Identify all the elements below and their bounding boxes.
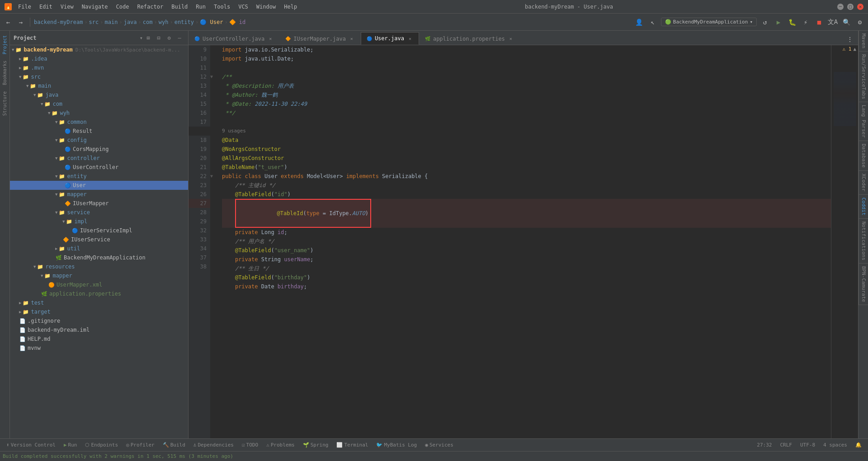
side-label-runservice[interactable]: Run/ServiceTabs — [859, 52, 868, 102]
tab-more-button[interactable]: ⋮ — [844, 34, 855, 45]
status-endpoints[interactable]: ⬡ Endpoints — [81, 441, 122, 449]
tree-item-common[interactable]: ▼ 📁 common — [10, 118, 188, 127]
tree-item-usercontroller[interactable]: 🔵 UserController — [10, 163, 188, 172]
breadcrumb-user[interactable]: 🔵 User — [200, 19, 223, 25]
side-label-database[interactable]: Database — [859, 141, 868, 171]
breadcrumb-main[interactable]: main — [105, 19, 118, 25]
status-dependencies[interactable]: ⚓ Dependencies — [190, 441, 237, 449]
menu-code[interactable]: Code — [113, 3, 133, 11]
tree-item-usermapper-xml[interactable]: 🟠 UserMapper.xml — [10, 280, 188, 289]
status-terminal[interactable]: ⬜ Terminal — [333, 441, 372, 449]
minimize-button[interactable]: ─ — [837, 4, 844, 10]
status-run[interactable]: ▶ Run — [60, 441, 81, 449]
tab-close-iusermapper[interactable]: ✕ — [349, 36, 355, 42]
status-indent[interactable]: 4 spaces — [820, 441, 851, 449]
tree-minimize-icon[interactable]: — — [176, 34, 183, 42]
menu-window[interactable]: Window — [253, 3, 279, 11]
breadcrumb-id[interactable]: 🔶 id — [229, 19, 246, 25]
tree-item-result[interactable]: 🔵 Result — [10, 127, 188, 136]
tree-item-impl[interactable]: ▼ 📁 impl — [10, 217, 188, 226]
left-vtab-structure[interactable]: Structure — [1, 89, 9, 118]
tree-item-root[interactable]: ▼ 📁 backend-myDream D:\Tools\JavaWorkSpa… — [10, 45, 188, 54]
menu-help[interactable]: Help — [280, 3, 301, 11]
menu-tools[interactable]: Tools — [210, 3, 234, 11]
tree-item-resources[interactable]: ▼ 📁 resources — [10, 262, 188, 271]
refresh-button[interactable]: ↺ — [760, 17, 770, 28]
tree-item-controller[interactable]: ▼ 📁 controller — [10, 154, 188, 163]
tree-item-helpmd[interactable]: 📄 HELP.md — [10, 334, 188, 343]
code-content[interactable]: import java.io.Serializable; import java… — [217, 45, 831, 438]
run-button[interactable]: ▶ — [773, 17, 784, 28]
breadcrumb-com[interactable]: com — [143, 19, 153, 25]
tree-item-service[interactable]: ▼ 📁 service — [10, 208, 188, 217]
profile-button[interactable]: 👤 — [634, 17, 645, 28]
menu-navigate[interactable]: Navigate — [78, 3, 112, 11]
status-spring[interactable]: 🌱 Spring — [299, 441, 332, 449]
scroll-up-button[interactable]: ▲ — [853, 46, 856, 52]
breadcrumb-backend[interactable]: backend-myDream — [34, 19, 83, 25]
tree-scope-icon[interactable]: ⊞ — [145, 34, 152, 42]
tree-item-mvn[interactable]: ▶ 📁 .mvn — [10, 63, 188, 72]
tab-user[interactable]: 🔵 User.java ✕ — [361, 32, 419, 45]
tree-item-util[interactable]: ▶ 📁 util — [10, 244, 188, 253]
breadcrumb-entity[interactable]: entity — [175, 19, 194, 25]
tree-item-entity[interactable]: ▼ 📁 entity — [10, 172, 188, 181]
translate-button[interactable]: 文A — [827, 17, 838, 28]
tree-item-config[interactable]: ▼ 📁 config — [10, 136, 188, 145]
menu-vcs[interactable]: VCS — [235, 3, 252, 11]
stop-button[interactable]: ■ — [814, 17, 825, 28]
tab-close-usercontroller[interactable]: ✕ — [267, 36, 274, 42]
close-button[interactable]: ✕ — [857, 4, 863, 10]
breadcrumb-java[interactable]: java — [124, 19, 137, 25]
status-todo[interactable]: ☑ TODO — [238, 441, 262, 449]
tree-item-mvnw[interactable]: 📄 mvnw — [10, 343, 188, 353]
side-label-coddit[interactable]: Coddit — [859, 195, 868, 219]
menu-edit[interactable]: Edit — [36, 3, 56, 11]
tree-item-iuserservice[interactable]: 🔶 IUserService — [10, 235, 188, 244]
tree-item-mapper[interactable]: ▼ 📁 mapper — [10, 190, 188, 199]
tree-item-idea[interactable]: ▶ 📁 .idea — [10, 54, 188, 63]
side-label-xcoder[interactable]: XCoder — [859, 171, 868, 195]
menu-build[interactable]: Build — [168, 3, 191, 11]
status-problems[interactable]: ⚠ Problems — [263, 441, 298, 449]
status-position[interactable]: 27:32 — [753, 441, 775, 449]
forward-button[interactable]: → — [15, 17, 26, 28]
tab-usercontroller[interactable]: 🔵 UserController.java ✕ — [189, 32, 279, 45]
tree-item-java[interactable]: ▼ 📁 java — [10, 90, 188, 99]
status-build[interactable]: 🔨 Build — [159, 441, 189, 449]
back-button[interactable]: ← — [3, 17, 14, 28]
status-encoding[interactable]: UTF-8 — [797, 441, 819, 449]
coverage-button[interactable]: ⚡ — [800, 17, 811, 28]
side-label-langparser[interactable]: Lang Parser — [859, 102, 868, 141]
menu-run[interactable]: Run — [192, 3, 209, 11]
tree-item-iuserserviceimpl[interactable]: 🔵 IUserServiceImpl — [10, 226, 188, 235]
tree-item-appprops[interactable]: 🌿 application.properties — [10, 289, 188, 298]
status-extra[interactable]: 🔔 — [852, 441, 865, 449]
side-label-bpm[interactable]: BPN-Camurate — [859, 263, 868, 305]
breadcrumb-wyh[interactable]: wyh — [159, 19, 169, 25]
maximize-button[interactable]: □ — [847, 4, 854, 10]
tree-item-wyh[interactable]: ▼ 📁 wyh — [10, 108, 188, 118]
tab-close-appprops[interactable]: ✕ — [508, 36, 514, 42]
tree-settings-icon[interactable]: ⚙ — [165, 34, 173, 42]
side-label-maven[interactable]: Maven — [859, 31, 868, 52]
side-label-notifications[interactable]: Notifications — [859, 219, 868, 263]
tree-item-test[interactable]: ▶ 📁 test — [10, 298, 188, 307]
tab-close-user[interactable]: ✕ — [407, 35, 413, 42]
menu-refactor[interactable]: Refactor — [133, 3, 167, 11]
status-profiler[interactable]: ◎ Profiler — [123, 441, 158, 449]
tree-item-corsmapping[interactable]: 🔵 CorsMapping — [10, 145, 188, 154]
search-button[interactable]: 🔍 — [841, 17, 852, 28]
tree-item-app[interactable]: 🌿 BackendMyDreamApplication — [10, 253, 188, 262]
tree-item-iusermapper[interactable]: 🔶 IUserMapper — [10, 199, 188, 208]
tree-item-gitignore[interactable]: 📄 .gitignore — [10, 316, 188, 325]
cursor-button[interactable]: ↖ — [647, 17, 658, 28]
left-vtab-project[interactable]: Project — [1, 33, 9, 57]
status-crlf[interactable]: CRLF — [776, 441, 796, 449]
tree-item-src[interactable]: ▼ 📁 src — [10, 72, 188, 81]
tree-item-mapper-res[interactable]: ▼ 📁 mapper — [10, 271, 188, 280]
tree-item-target[interactable]: ▶ 📁 target — [10, 307, 188, 316]
tree-item-user[interactable]: 🔵 User — [10, 181, 188, 190]
status-mybatis[interactable]: 🐦 MyBatis Log — [373, 441, 420, 449]
status-version-control[interactable]: ⬆ Version Control — [3, 441, 59, 449]
